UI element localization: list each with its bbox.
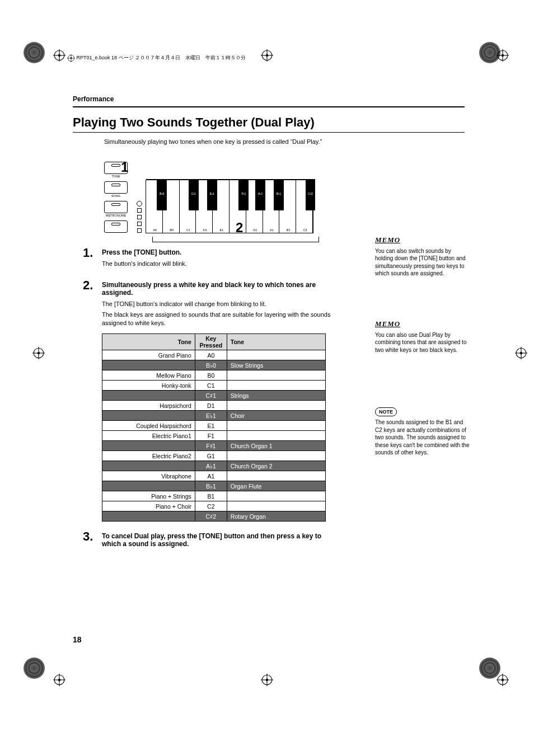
tone-key-cell: E♭1 xyxy=(195,411,227,421)
tone-left-cell: Piano + Strings xyxy=(102,491,195,501)
panel-button-label: METRONOME xyxy=(104,214,128,217)
tone-key-cell: C♯2 xyxy=(195,511,227,522)
tone-key-cell: B1 xyxy=(195,491,227,501)
tone-key-cell: C2 xyxy=(195,501,227,511)
crop-mark xyxy=(53,49,65,62)
crop-mark xyxy=(53,674,65,686)
white-key-label: A0 xyxy=(146,228,164,232)
tone-left-cell xyxy=(102,461,195,471)
tone-table: Tone Key Pressed ToneGrand Piano A0 B♭0 … xyxy=(102,334,326,522)
tone-key-cell: A1 xyxy=(195,471,227,481)
tone-right-cell: Rotary Organ xyxy=(227,511,325,522)
tone-table-row: Mellow Piano B0 xyxy=(102,370,326,381)
tone-left-cell: Grand Piano xyxy=(102,350,195,360)
tone-key-cell: F♯1 xyxy=(195,441,227,451)
crop-mark xyxy=(496,674,509,686)
key-range-brace xyxy=(152,237,319,242)
tone-right-cell: Church Organ 1 xyxy=(227,441,325,451)
svg-point-11 xyxy=(502,54,504,57)
black-key-label: E♭1 xyxy=(207,192,217,195)
tone-right-cell xyxy=(227,381,325,391)
intro-text: Simultaneously playing two tones when on… xyxy=(104,138,465,145)
tone-table-row: Electric Piano2 G1 xyxy=(102,451,326,461)
tone-left-cell: Harpsichord xyxy=(102,401,195,411)
white-key-label: D1 xyxy=(196,228,214,232)
tone-right-cell xyxy=(227,471,325,481)
tone-right-cell: Organ Flute xyxy=(227,481,325,491)
tone-table-row: C♯1 Strings xyxy=(102,391,326,401)
svg-point-15 xyxy=(58,679,60,681)
note-text: The sounds assigned to the B1 and C2 key… xyxy=(375,419,470,457)
tone-table-row: Harpsichord D1 xyxy=(102,401,326,411)
black-key-label: C♯1 xyxy=(189,192,199,195)
note-1: NOTE The sounds assigned to the B1 and C… xyxy=(375,407,470,457)
panel-button xyxy=(104,162,128,174)
tone-left-cell: Mellow Piano xyxy=(102,370,195,381)
tone-right-cell xyxy=(227,431,325,441)
black-key-label: F♯1 xyxy=(238,192,249,195)
tone-key-cell: B♭1 xyxy=(195,481,227,491)
crop-mark xyxy=(261,49,273,62)
tone-left-cell: Coupled Harpsichord xyxy=(102,421,195,431)
tone-key-cell: F1 xyxy=(195,431,227,441)
tone-table-header: Tone xyxy=(102,334,195,350)
tone-key-cell: C1 xyxy=(195,381,227,391)
tone-key-cell: D1 xyxy=(195,401,227,411)
crop-mark xyxy=(515,347,527,359)
black-key-label: B♭1 xyxy=(274,192,284,195)
page-content: Performance Playing Two Sounds Together … xyxy=(73,95,465,560)
print-rosette xyxy=(24,658,45,679)
keyboard-diagram: A0B0C1D1E1F1G1A1B1C2B♭0C♯1E♭1F♯1A♭1B♭1C♯… xyxy=(146,180,313,233)
print-rosette xyxy=(24,42,45,63)
tone-left-cell: Piano + Choir xyxy=(102,501,195,511)
step: 2.Simultaneously press a white key and b… xyxy=(83,279,335,522)
svg-point-7 xyxy=(58,54,60,57)
step-number: 2. xyxy=(83,279,102,292)
tone-table-row: Grand Piano A0 xyxy=(102,350,326,360)
step-text: The button's indicator will blink. xyxy=(102,260,335,268)
white-key-label: A1 xyxy=(263,228,281,232)
tone-table-row: Vibraphone A1 xyxy=(102,471,326,481)
header-meta-text: RPT01_e.book 18 ページ ２００７年４月４日 水曜日 午前１１時５… xyxy=(77,55,246,60)
tone-left-cell xyxy=(102,511,195,522)
svg-point-3 xyxy=(71,58,72,59)
tone-right-cell: Strings xyxy=(227,391,325,401)
tone-left-cell xyxy=(102,360,195,370)
keyboard-figure: 1 TONE SONG METRONOME A0B0C1D1E1F1G1A1B1… xyxy=(104,161,328,233)
page-number: 18 xyxy=(73,635,82,644)
tone-left-cell: Electric Piano2 xyxy=(102,451,195,461)
tone-right-cell: Slow Strings xyxy=(227,360,325,370)
tone-table-row: E♭1 Choir xyxy=(102,411,326,421)
step-title: Press the [TONE] button. xyxy=(102,248,335,256)
crop-mark xyxy=(261,674,273,686)
white-key-label: G1 xyxy=(246,228,264,232)
white-key-label: E1 xyxy=(213,228,231,232)
memo-text: You can also switch sounds by holding do… xyxy=(375,247,470,278)
tone-right-cell xyxy=(227,421,325,431)
tone-right-cell xyxy=(227,350,325,360)
tone-key-cell: A0 xyxy=(195,350,227,360)
panel-button-label: SONG xyxy=(104,194,128,198)
note-label: NOTE xyxy=(375,407,397,416)
tone-left-cell: Vibraphone xyxy=(102,471,195,481)
tone-table-header: Key Pressed xyxy=(195,334,227,350)
memo-label: MEMO xyxy=(375,235,470,245)
tone-key-cell: B0 xyxy=(195,370,227,381)
tone-right-cell xyxy=(227,491,325,501)
step-text: The [TONE] button's indicator will chang… xyxy=(102,300,335,308)
memo-2: MEMO You can also use Dual Play by combi… xyxy=(375,319,470,354)
tone-table-row: C♯2 Rotary Organ xyxy=(102,511,326,522)
tone-table-row: B♭0 Slow Strings xyxy=(102,360,326,370)
svg-point-19 xyxy=(502,679,504,681)
crop-mark xyxy=(496,49,509,62)
tone-right-cell xyxy=(227,401,325,411)
led-strip xyxy=(137,201,142,233)
step-title: Simultaneously press a white key and bla… xyxy=(102,281,335,297)
step-number: 3. xyxy=(83,530,102,543)
page-title: Playing Two Sounds Together (Dual Play) xyxy=(73,115,465,133)
tone-left-cell xyxy=(102,391,195,401)
memo-label: MEMO xyxy=(375,319,470,329)
panel-button xyxy=(104,201,128,213)
tone-key-cell: G1 xyxy=(195,451,227,461)
tone-key-cell: B♭0 xyxy=(195,360,227,370)
